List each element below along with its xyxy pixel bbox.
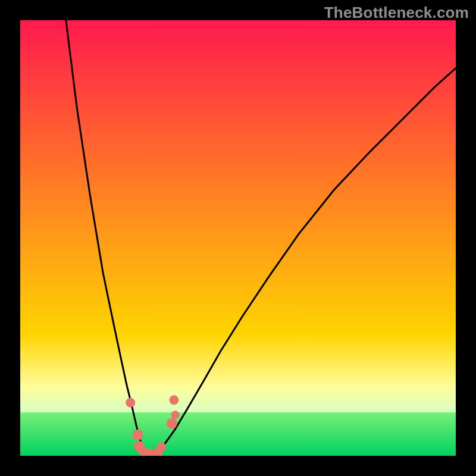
scatter-point-7: [167, 418, 177, 429]
bottleneck-chart: [20, 20, 456, 456]
scatter-point-8: [171, 411, 180, 419]
scatter-point-6: [156, 442, 166, 452]
scatter-point-1: [133, 430, 143, 440]
gradient-background: [20, 20, 456, 456]
chart-frame: TheBottleneck.com: [0, 0, 476, 476]
scatter-point-9: [169, 395, 178, 405]
watermark-text: TheBottleneck.com: [324, 4, 469, 22]
scatter-point-0: [126, 398, 135, 408]
